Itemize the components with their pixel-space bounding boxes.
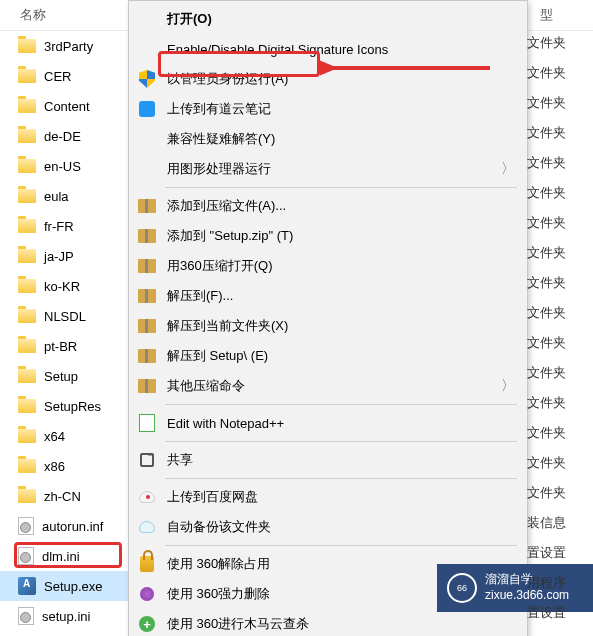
menu-item[interactable]: Enable/Disable Digital Signature Icons — [129, 34, 527, 64]
folder-icon — [18, 489, 36, 503]
zip-icon-slot — [137, 346, 157, 366]
menu-item[interactable]: 解压到(F)... — [129, 281, 527, 311]
file-type: 文件夹 — [527, 484, 583, 502]
menu-label: 添加到 "Setup.zip" (T) — [167, 227, 515, 245]
lock360-icon-slot — [137, 554, 157, 574]
menu-label: 以管理员身份运行(A) — [167, 70, 515, 88]
file-type: 文件夹 — [527, 334, 583, 352]
menu-item[interactable]: 共享 — [129, 445, 527, 475]
folder-icon — [18, 309, 36, 323]
archive-icon — [138, 289, 156, 303]
notepad-icon-slot — [137, 413, 157, 433]
menu-label: 兼容性疑难解答(Y) — [167, 130, 515, 148]
menu-item[interactable]: 自动备份该文件夹 — [129, 512, 527, 542]
chevron-right-icon: 〉 — [501, 160, 515, 178]
col-header-type[interactable]: 型 — [540, 6, 593, 24]
file-type: 装信息 — [527, 514, 583, 532]
menu-label: 用图形处理器运行 — [167, 160, 491, 178]
zip-icon-slot — [137, 286, 157, 306]
folder-icon — [18, 249, 36, 263]
archive-icon — [138, 319, 156, 333]
watermark-logo-icon: 66 — [447, 573, 477, 603]
folder-icon — [18, 39, 36, 53]
file-type: 用程序 — [527, 574, 583, 592]
share-icon-slot — [137, 450, 157, 470]
menu-item[interactable]: 以管理员身份运行(A) — [129, 64, 527, 94]
menu-label: 解压到(F)... — [167, 287, 515, 305]
zip-icon-slot — [137, 376, 157, 396]
menu-separator — [165, 441, 517, 442]
baidu-backup-icon-slot — [137, 517, 157, 537]
file-type: 文件夹 — [527, 94, 583, 112]
folder-icon — [18, 159, 36, 173]
menu-icon-empty — [137, 39, 157, 59]
menu-item[interactable]: 其他压缩命令〉 — [129, 371, 527, 401]
menu-item[interactable]: Edit with Notepad++ — [129, 408, 527, 438]
cloud-note-icon — [139, 101, 155, 117]
file-type: 置设置 — [527, 604, 583, 622]
menu-label: 解压到当前文件夹(X) — [167, 317, 515, 335]
menu-icon-empty — [137, 129, 157, 149]
menu-item[interactable]: +使用 360进行木马云查杀 — [129, 609, 527, 636]
archive-icon — [138, 259, 156, 273]
executable-icon — [18, 577, 36, 595]
folder-icon — [18, 369, 36, 383]
archive-icon — [138, 349, 156, 363]
menu-item[interactable]: 添加到 "Setup.zip" (T) — [129, 221, 527, 251]
lock-icon — [140, 556, 154, 572]
baidu-icon-slot — [137, 487, 157, 507]
config-file-icon — [18, 547, 34, 565]
folder-icon — [18, 279, 36, 293]
file-type: 置设置 — [527, 544, 583, 562]
menu-label: Edit with Notepad++ — [167, 416, 515, 431]
menu-label: Enable/Disable Digital Signature Icons — [167, 42, 515, 57]
folder-icon — [18, 459, 36, 473]
zip-icon-slot — [137, 196, 157, 216]
menu-item[interactable]: 上传到百度网盘 — [129, 482, 527, 512]
menu-label: 其他压缩命令 — [167, 377, 491, 395]
menu-item[interactable]: 兼容性疑难解答(Y) — [129, 124, 527, 154]
folder-icon — [18, 129, 36, 143]
file-type: 文件夹 — [527, 364, 583, 382]
menu-item[interactable]: 用360压缩打开(Q) — [129, 251, 527, 281]
file-type: 文件夹 — [527, 124, 583, 142]
config-file-icon — [18, 607, 34, 625]
folder-icon — [18, 399, 36, 413]
plus-circle-icon: + — [139, 616, 155, 632]
file-type: 文件夹 — [527, 304, 583, 322]
context-menu: 打开(O)Enable/Disable Digital Signature Ic… — [128, 0, 528, 636]
notepad-icon — [139, 414, 155, 432]
zip-icon-slot — [137, 316, 157, 336]
archive-icon — [138, 229, 156, 243]
menu-item[interactable]: 上传到有道云笔记 — [129, 94, 527, 124]
file-type: 文件夹 — [527, 454, 583, 472]
menu-icon-empty — [137, 159, 157, 179]
shield-icon-slot — [137, 69, 157, 89]
folder-icon — [18, 219, 36, 233]
del360-icon-slot — [137, 584, 157, 604]
baidu-cloud-icon — [139, 491, 155, 503]
menu-item[interactable]: 解压到当前文件夹(X) — [129, 311, 527, 341]
menu-item[interactable]: 添加到压缩文件(A)... — [129, 191, 527, 221]
menu-label: 添加到压缩文件(A)... — [167, 197, 515, 215]
chevron-right-icon: 〉 — [501, 377, 515, 395]
menu-item[interactable]: 打开(O) — [129, 4, 527, 34]
file-type: 文件夹 — [527, 154, 583, 172]
folder-icon — [18, 99, 36, 113]
menu-separator — [165, 478, 517, 479]
file-type: 文件夹 — [527, 64, 583, 82]
menu-label: 共享 — [167, 451, 515, 469]
menu-item[interactable]: 用图形处理器运行〉 — [129, 154, 527, 184]
menu-label: 用360压缩打开(Q) — [167, 257, 515, 275]
folder-icon — [18, 69, 36, 83]
menu-label: 解压到 Setup\ (E) — [167, 347, 515, 365]
menu-separator — [165, 545, 517, 546]
zip-icon-slot — [137, 226, 157, 246]
green-plus-icon-slot: + — [137, 614, 157, 634]
baidu-backup-icon — [139, 521, 155, 533]
archive-icon — [138, 199, 156, 213]
menu-item[interactable]: 解压到 Setup\ (E) — [129, 341, 527, 371]
cloud-note-icon-slot — [137, 99, 157, 119]
menu-icon-empty — [137, 9, 157, 29]
folder-icon — [18, 339, 36, 353]
